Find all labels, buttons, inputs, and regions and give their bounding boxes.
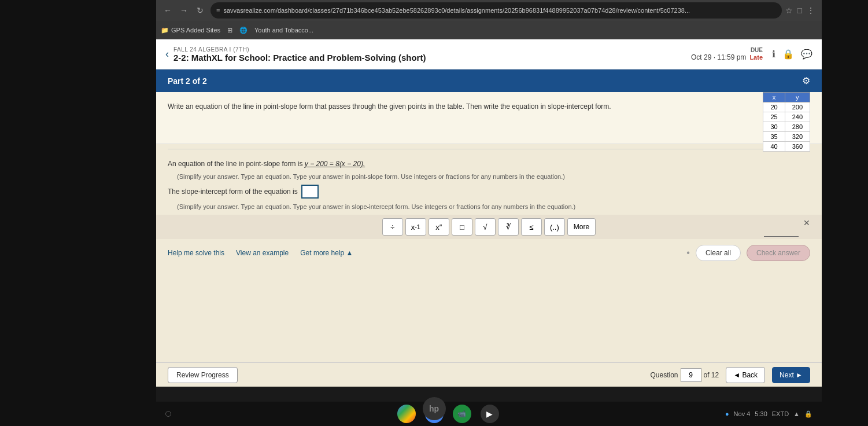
info-taskbar-icon: ●	[725, 410, 729, 417]
fraction-button[interactable]: ÷	[382, 218, 403, 236]
question-area: Write an equation of the line in point-s…	[156, 92, 822, 144]
taskbar-circle	[165, 411, 171, 417]
review-progress-button[interactable]: Review Progress	[168, 367, 238, 383]
help-solve-link[interactable]: Help me solve this	[168, 249, 224, 257]
table-cell: 280	[785, 122, 810, 132]
taskbar: 🗺 📹 ▶ ● Nov 4 5:30 EXTD ▲ 🔒	[156, 402, 822, 426]
table-row: 20 200	[763, 102, 810, 112]
leq-button[interactable]: ≤	[521, 218, 542, 236]
bookmark-gps[interactable]: 📁 GPS Added Sites	[161, 27, 220, 34]
table-row: 30 280	[763, 122, 810, 132]
table-row: 25 240	[763, 112, 810, 122]
address-bar[interactable]: ≡ savvasrealize.com/dashboard/classes/27…	[210, 2, 782, 19]
of-label: of 12	[704, 371, 719, 379]
answer-section: An equation of the line in point-slope f…	[156, 154, 822, 215]
late-badge: Late	[749, 54, 763, 61]
data-table-container: x y 20 200 25 240	[763, 92, 810, 152]
table-cell: 320	[785, 132, 810, 142]
part-label: Part 2 of 2	[168, 76, 207, 86]
taskbar-right: ● Nov 4 5:30 EXTD ▲ 🔒	[725, 410, 812, 418]
refresh-button[interactable]: ↻	[193, 3, 207, 17]
blue-banner: Part 2 of 2 ⚙	[156, 69, 822, 92]
paren-button[interactable]: (..)	[544, 218, 565, 236]
table-cell: 35	[763, 132, 785, 142]
back-nav-button[interactable]: ←	[161, 3, 175, 17]
more-button[interactable]: More	[567, 218, 596, 236]
due-date-text: Oct 29 · 11:59 pm	[691, 53, 746, 61]
slope-intercept-hint: (Simplify your answer. Type an equation.…	[177, 203, 810, 210]
table-cell: 240	[785, 112, 810, 122]
double-prime-button[interactable]: x″	[429, 218, 449, 236]
star-icon[interactable]: ☆	[785, 6, 793, 15]
extension-icon[interactable]: □	[797, 6, 802, 15]
globe-icon: 🌐	[239, 27, 248, 34]
grid-icon: ⊞	[227, 27, 232, 34]
battery-icon: 🔒	[804, 410, 812, 418]
bottom-nav: Review Progress Question of 12 ◄ Back Ne…	[156, 362, 822, 387]
slope-intercept-label: The slope-intercept form of the equation…	[168, 188, 298, 196]
clear-all-button[interactable]: Clear all	[696, 245, 741, 261]
close-toolbar-button[interactable]: ✕	[803, 218, 810, 227]
help-actions-right: • Clear all Check answer	[686, 245, 810, 261]
point-slope-line: An equation of the line in point-slope f…	[168, 159, 810, 170]
menu-icon[interactable]: ⋮	[807, 6, 815, 15]
chat-icon[interactable]: 💬	[801, 49, 812, 60]
box-button[interactable]: □	[452, 218, 472, 236]
table-row: 35 320	[763, 132, 810, 142]
help-links: Help me solve this View an example Get m…	[168, 249, 353, 257]
back-button[interactable]: ◄ Back	[726, 367, 765, 383]
header-title: 2-2: MathXL for School: Practice and Pro…	[173, 53, 426, 63]
play-icon[interactable]: ▶	[481, 405, 499, 423]
cbrt-button[interactable]: ∛	[498, 218, 519, 236]
table-cell: 200	[785, 102, 810, 112]
table-header-x: x	[763, 93, 785, 102]
header-subtitle: FALL 24 ALGEBRA I (7TH)	[173, 46, 426, 53]
info-icon[interactable]: ℹ	[772, 49, 775, 60]
question-number-input[interactable]	[681, 368, 701, 382]
view-example-link[interactable]: View an example	[236, 249, 289, 257]
bookmark-grid[interactable]: ⊞	[227, 27, 232, 34]
taskbar-date: Nov 4	[734, 410, 751, 417]
question-text: Write an equation of the line in point-s…	[168, 101, 810, 112]
get-more-help-link[interactable]: Get more help ▲	[300, 249, 353, 257]
taskbar-time: 5:30	[755, 410, 767, 417]
browser-chrome: ← → ↻ ≡ savvasrealize.com/dashboard/clas…	[156, 0, 822, 39]
next-button[interactable]: Next ►	[772, 367, 810, 383]
math-toolbar-wrapper: ✕ ÷ x-1 x″ □ √ ∛ ≤ (..) More	[156, 215, 822, 239]
table-cell: 40	[763, 142, 785, 152]
bookmark-globe[interactable]: 🌐	[239, 27, 248, 34]
url-text: savvasrealize.com/dashboard/classes/27d7…	[223, 7, 690, 14]
bookmark-tobacco-label: Youth and Tobacco...	[254, 27, 313, 34]
app-header: ‹ FALL 24 ALGEBRA I (7TH) 2-2: MathXL fo…	[156, 39, 822, 69]
point-slope-label: An equation of the line in point-slope f…	[168, 160, 302, 168]
slope-intercept-input[interactable]	[301, 185, 319, 199]
check-answer-button[interactable]: Check answer	[747, 245, 810, 261]
math-toolbar: ÷ x-1 x″ □ √ ∛ ≤ (..) More	[168, 218, 810, 236]
main-content: ‹ FALL 24 ALGEBRA I (7TH) 2-2: MathXL fo…	[156, 39, 822, 362]
chrome-icon[interactable]	[397, 405, 416, 423]
table-cell: 360	[785, 142, 810, 152]
taskbar-network: EXTD	[772, 410, 789, 417]
point-slope-equation: y − 200 = 8(x − 20).	[305, 160, 365, 168]
lock-icon[interactable]: 🔒	[782, 49, 794, 60]
hp-logo: hp	[423, 397, 446, 420]
table-cell: 20	[763, 102, 785, 112]
app-back-button[interactable]: ‹	[165, 48, 169, 60]
forward-nav-button[interactable]: →	[177, 3, 191, 17]
question-label: Question	[650, 371, 678, 379]
slope-intercept-line: The slope-intercept form of the equation…	[168, 185, 810, 199]
bookmark-tobacco[interactable]: Youth and Tobacco...	[254, 27, 313, 34]
meet-icon[interactable]: 📹	[453, 405, 471, 423]
superscript-button[interactable]: x-1	[405, 218, 426, 236]
table-cell: 30	[763, 122, 785, 132]
folder-icon: 📁	[161, 27, 169, 34]
bookmark-gps-label: GPS Added Sites	[171, 27, 220, 34]
sqrt-button[interactable]: √	[475, 218, 496, 236]
table-header-y: y	[785, 93, 810, 102]
taskbar-center: 🗺 📹 ▶	[397, 405, 499, 423]
settings-button[interactable]: ⚙	[802, 75, 810, 86]
due-label: DUE	[691, 47, 763, 53]
data-table: x y 20 200 25 240	[763, 92, 810, 152]
help-actions: Help me solve this View an example Get m…	[156, 239, 822, 267]
nav-right: Question of 12 ◄ Back Next ►	[650, 367, 810, 383]
